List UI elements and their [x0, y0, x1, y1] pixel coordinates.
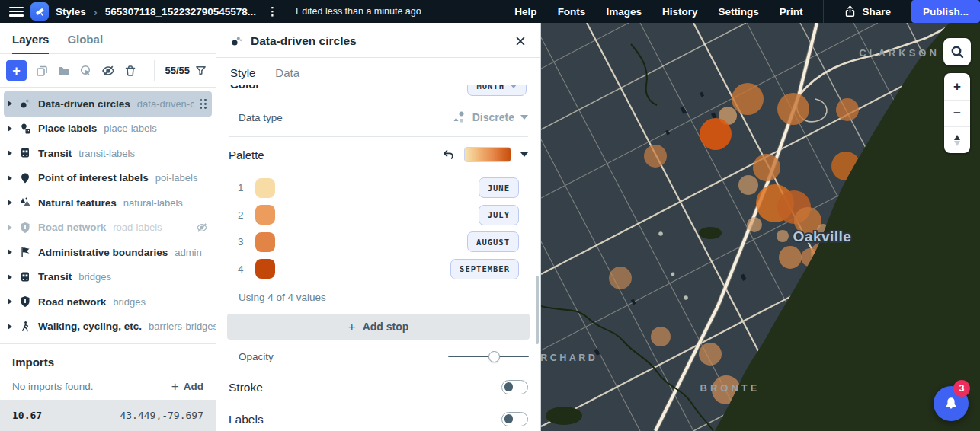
- breadcrumb-styles[interactable]: Styles: [56, 6, 86, 18]
- stop-value-button[interactable]: AUGUST: [467, 231, 519, 252]
- add-import-button[interactable]: +Add: [171, 380, 203, 393]
- share-button[interactable]: Share: [844, 5, 891, 18]
- hide-layer-icon[interactable]: [101, 64, 115, 78]
- stop-value-button[interactable]: JULY: [479, 205, 519, 225]
- tab-layers[interactable]: Layers: [12, 33, 49, 54]
- map-search-button[interactable]: [943, 38, 971, 65]
- data-circle[interactable]: [732, 83, 764, 115]
- plus-icon: +: [171, 380, 179, 393]
- menu-icon[interactable]: [9, 7, 24, 17]
- delete-layer-icon[interactable]: [123, 64, 137, 78]
- data-circle[interactable]: [777, 230, 789, 242]
- zoom-in-button[interactable]: +: [944, 73, 970, 100]
- expand-icon[interactable]: [8, 324, 12, 330]
- nav-settings[interactable]: Settings: [718, 6, 758, 18]
- hidden-eye-icon[interactable]: [196, 222, 208, 234]
- imports-empty-text: No imports found.: [12, 381, 94, 392]
- expand-icon[interactable]: [8, 126, 12, 132]
- layer-row-barriers-bridges[interactable]: Walking, cycling, etc. barriers-bridges: [0, 314, 216, 340]
- layer-name: Walking, cycling, etc.: [38, 321, 142, 332]
- palette-gradient-swatch[interactable]: [464, 147, 511, 162]
- tab-style[interactable]: Style: [230, 66, 255, 79]
- zoom-out-button[interactable]: −: [944, 100, 970, 126]
- notifications-button[interactable]: 3: [934, 386, 969, 421]
- mapbox-studio-logo[interactable]: [30, 2, 49, 21]
- nav-help[interactable]: Help: [514, 6, 536, 18]
- tab-global[interactable]: Global: [67, 33, 103, 53]
- style-options-icon[interactable]: ⋮: [263, 5, 283, 18]
- data-circle[interactable]: [753, 154, 780, 181]
- map-label-clarkson: CLARKSON: [859, 47, 940, 59]
- layer-name: Natural features: [38, 197, 117, 209]
- data-circle[interactable]: [644, 145, 667, 168]
- layer-id: natural-labels: [123, 197, 183, 209]
- layer-id: road-labels: [113, 222, 162, 233]
- layer-name: Transit: [38, 271, 72, 283]
- duplicate-layer-icon[interactable]: [35, 64, 49, 78]
- layer-style-panel: Data-driven circles Style Data Color MON…: [216, 23, 541, 431]
- palette-stop-1: 1 JUNE: [230, 174, 519, 202]
- panel-scrollbar[interactable]: [536, 276, 539, 344]
- layer-row-transit-labels[interactable]: Transit transit-labels: [0, 141, 216, 166]
- opacity-slider[interactable]: [448, 350, 529, 362]
- stop-color-swatch[interactable]: [255, 259, 275, 279]
- map-canvas[interactable]: CLARKSON Oakville ORCHARD BRONTE + − 3: [541, 23, 980, 431]
- data-type-row: Data type Discrete: [216, 110, 540, 124]
- layer-row-road-bridges[interactable]: Road network bridges: [0, 289, 216, 314]
- palette-stop-2: 2 JULY: [230, 202, 519, 229]
- layer-row-poi-labels[interactable]: Point of interest labels poi-labels: [0, 166, 216, 191]
- slider-thumb[interactable]: [488, 351, 500, 362]
- layer-name: Administrative boundaries: [38, 247, 168, 258]
- publish-button[interactable]: Publish...: [911, 0, 980, 23]
- data-circle[interactable]: [777, 93, 809, 125]
- data-type-select[interactable]: Discrete: [453, 110, 528, 124]
- data-circle[interactable]: [609, 267, 632, 289]
- circles-layer-icon: [19, 97, 31, 110]
- data-circle[interactable]: [651, 327, 671, 346]
- undo-icon[interactable]: [442, 148, 455, 161]
- close-icon[interactable]: [514, 35, 527, 47]
- add-layer-button[interactable]: +: [6, 60, 27, 81]
- stop-color-swatch[interactable]: [255, 178, 275, 198]
- expand-icon[interactable]: [8, 274, 12, 280]
- labels-toggle[interactable]: [501, 412, 528, 426]
- expand-icon[interactable]: [8, 200, 12, 206]
- drag-handle-icon[interactable]: [200, 99, 207, 109]
- nav-fonts[interactable]: Fonts: [558, 6, 586, 18]
- data-circle[interactable]: [700, 118, 732, 150]
- expand-icon[interactable]: [8, 150, 12, 156]
- layer-row-data-driven-circles[interactable]: Data-driven circles data-driven-circles: [4, 91, 212, 117]
- group-layers-icon[interactable]: [57, 64, 71, 78]
- layer-row-road-labels[interactable]: Road network road-labels: [0, 216, 216, 241]
- data-circle[interactable]: [779, 246, 802, 269]
- expand-icon[interactable]: [8, 299, 12, 305]
- chevron-down-icon[interactable]: [520, 152, 528, 157]
- layer-row-transit-bridges[interactable]: Transit bridges: [0, 265, 216, 290]
- compass-button[interactable]: [944, 126, 970, 153]
- data-circle[interactable]: [699, 343, 722, 366]
- expand-icon[interactable]: [8, 101, 12, 107]
- color-field-button[interactable]: MONTH: [467, 85, 527, 96]
- stroke-toggle[interactable]: [501, 380, 528, 394]
- stop-color-swatch[interactable]: [255, 205, 275, 225]
- tab-data[interactable]: Data: [275, 66, 299, 79]
- select-layer-icon[interactable]: [79, 64, 93, 78]
- stop-value-button[interactable]: SEPTEMBER: [450, 259, 519, 279]
- expand-icon[interactable]: [8, 225, 12, 231]
- stroke-row: Stroke: [216, 380, 540, 394]
- data-circle[interactable]: [738, 175, 758, 195]
- layer-row-place-labels[interactable]: Place labels place-labels: [0, 117, 216, 142]
- layer-row-natural-labels[interactable]: Natural features natural-labels: [0, 190, 216, 216]
- stop-value-button[interactable]: JUNE: [479, 177, 519, 198]
- data-circle[interactable]: [747, 217, 762, 232]
- layer-filter-counter[interactable]: 55/55: [154, 60, 207, 81]
- layer-row-admin[interactable]: Administrative boundaries admin: [0, 240, 216, 265]
- expand-icon[interactable]: [8, 175, 12, 181]
- nav-print[interactable]: Print: [780, 6, 803, 18]
- data-circle[interactable]: [836, 98, 859, 121]
- expand-icon[interactable]: [8, 249, 12, 255]
- nav-images[interactable]: Images: [606, 6, 642, 18]
- stop-color-swatch[interactable]: [255, 232, 275, 252]
- add-stop-button[interactable]: + Add stop: [227, 314, 530, 340]
- nav-history[interactable]: History: [662, 6, 698, 18]
